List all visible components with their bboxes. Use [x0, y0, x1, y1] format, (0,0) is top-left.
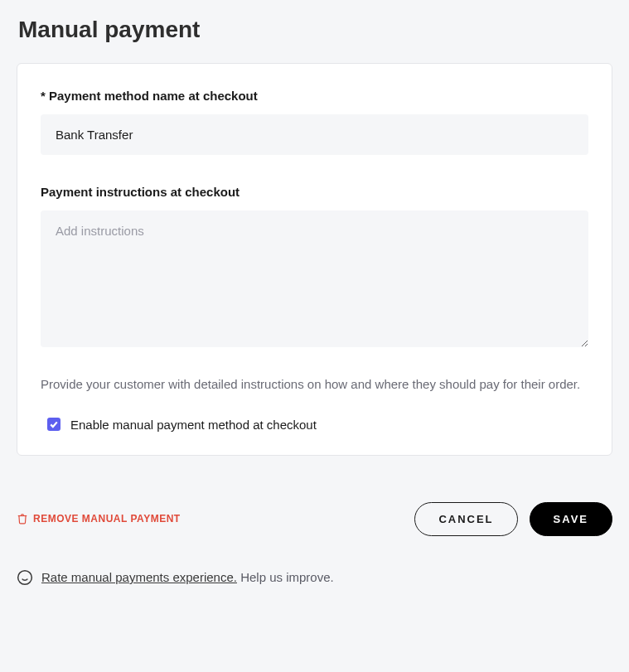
instructions-label: Payment instructions at checkout [41, 185, 588, 199]
button-group: Cancel Save [414, 502, 612, 536]
cancel-button[interactable]: Cancel [414, 502, 517, 536]
name-label: * Payment method name at checkout [41, 89, 588, 103]
feedback-row: Rate manual payments experience. Help us… [17, 569, 612, 586]
payment-name-input[interactable] [41, 114, 588, 155]
check-icon [49, 419, 59, 429]
feedback-text: Rate manual payments experience. Help us… [41, 570, 334, 584]
feedback-link[interactable]: Rate manual payments experience. [41, 570, 237, 584]
trash-icon [17, 513, 28, 525]
svg-point-0 [18, 570, 32, 584]
actions-row: Remove manual payment Cancel Save [17, 502, 612, 536]
feedback-tail: Help us improve. [237, 570, 334, 584]
enable-checkbox-row: Enable manual payment method at checkout [41, 418, 588, 432]
name-field-group: * Payment method name at checkout [41, 89, 588, 155]
instructions-field-group: Payment instructions at checkout Provide… [41, 185, 588, 394]
instructions-help-text: Provide your customer with detailed inst… [41, 375, 588, 394]
smile-icon [17, 569, 33, 586]
remove-payment-button[interactable]: Remove manual payment [17, 513, 181, 525]
form-card: * Payment method name at checkout Paymen… [17, 63, 612, 456]
save-button[interactable]: Save [530, 502, 612, 536]
enable-checkbox-label[interactable]: Enable manual payment method at checkout [70, 418, 317, 432]
instructions-textarea[interactable] [41, 210, 588, 347]
remove-payment-label: Remove manual payment [33, 513, 181, 525]
page-title: Manual payment [17, 17, 612, 43]
enable-checkbox[interactable] [47, 418, 60, 431]
